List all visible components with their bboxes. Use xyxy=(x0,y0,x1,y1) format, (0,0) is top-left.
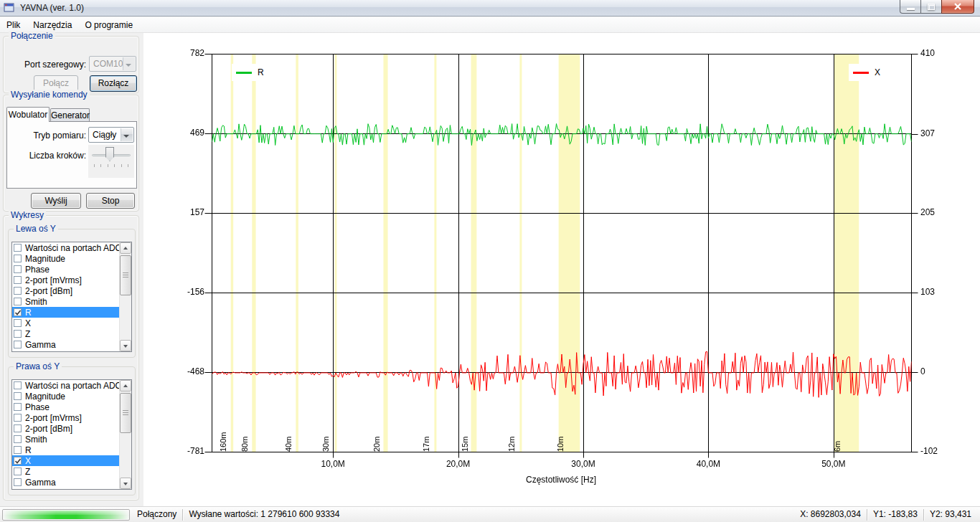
chevron-down-icon xyxy=(126,64,131,67)
group-send-command: Wysyłanie komendy Wobulator Generator Tr… xyxy=(3,95,139,212)
tab-wobulator[interactable]: Wobulator xyxy=(6,107,50,122)
checkbox-icon[interactable] xyxy=(14,478,22,486)
list-item-phase[interactable]: Phase xyxy=(12,264,131,275)
menu-item-plik[interactable]: Plik xyxy=(0,17,27,32)
stop-button[interactable]: Stop xyxy=(86,193,135,209)
legend-x-line-icon xyxy=(853,72,869,74)
list-item-2-port-dbm[interactable]: 2-port [dBm] xyxy=(12,423,131,434)
band-label-12m: 12m xyxy=(507,437,516,452)
list-item-r[interactable]: R xyxy=(12,445,131,455)
checkbox-icon[interactable] xyxy=(14,298,22,305)
menu-item-o-programie[interactable]: O programie xyxy=(78,17,139,32)
x-tick-label: 30,0M xyxy=(571,459,595,469)
measure-mode-select[interactable]: Ciągły xyxy=(88,127,134,143)
serial-port-select[interactable]: COM10 xyxy=(89,56,136,72)
list-item-phase[interactable]: Phase xyxy=(12,402,131,412)
checkbox-icon[interactable] xyxy=(14,287,22,295)
list-item-gamma[interactable]: Gamma xyxy=(12,477,131,488)
scroll-down-button[interactable] xyxy=(120,478,131,489)
x-axis-title: Częstotliwość [Hz] xyxy=(526,475,596,485)
list-item-label: Magnitude xyxy=(25,254,65,264)
checkbox-icon[interactable] xyxy=(14,330,22,338)
list-item-2-port-dbm[interactable]: 2-port [dBm] xyxy=(12,285,131,296)
list-item-label: Phase xyxy=(25,402,50,412)
y-right-tick-label: 0 xyxy=(920,366,925,376)
close-icon xyxy=(953,3,962,10)
list-item-warto-ci-na-portach-adc[interactable]: Wartości na portach ADC xyxy=(12,242,131,253)
scroll-up-button[interactable] xyxy=(120,380,131,392)
list-item-label: Gamma xyxy=(25,478,56,488)
steps-slider[interactable] xyxy=(88,145,134,178)
chevron-down-icon xyxy=(123,135,129,138)
legend-x-label: X xyxy=(875,67,880,77)
list-item-magnitude[interactable]: Magnitude xyxy=(12,391,131,402)
checkbox-icon[interactable] xyxy=(14,403,22,411)
list-item-smith[interactable]: Smith xyxy=(12,296,131,307)
list-item-r[interactable]: R xyxy=(12,307,131,318)
list-item-z[interactable]: Z xyxy=(12,328,131,339)
checkbox-icon[interactable] xyxy=(14,265,22,273)
measure-mode-dropdown-button[interactable] xyxy=(121,128,133,141)
group-left-axis-title: Lewa oś Y xyxy=(14,224,58,234)
group-left-axis: Lewa oś Y Wartości na portach ADCMagnitu… xyxy=(8,229,136,358)
checkbox-icon[interactable] xyxy=(14,244,22,252)
right-axis-list[interactable]: Wartości na portach ADCMagnitudePhase2-p… xyxy=(11,379,132,490)
checkbox-icon[interactable] xyxy=(14,319,22,327)
list-item-warto-ci-na-portach-adc[interactable]: Wartości na portach ADC xyxy=(12,380,131,391)
y-left-tick-label: -468 xyxy=(161,366,204,376)
vertical-scrollbar[interactable] xyxy=(119,380,131,489)
list-item-x[interactable]: X xyxy=(12,318,131,328)
scroll-up-button[interactable] xyxy=(120,242,131,254)
list-item-gamma[interactable]: Gamma xyxy=(12,339,131,350)
minimize-icon xyxy=(907,8,915,10)
list-item-label: Smith xyxy=(25,435,47,445)
app-icon xyxy=(4,2,15,14)
checkbox-icon[interactable] xyxy=(14,255,22,262)
y-right-tick-label: 205 xyxy=(920,207,935,217)
checkbox-icon[interactable] xyxy=(14,446,22,454)
steps-label: Liczba kroków: xyxy=(11,151,86,161)
serial-port-dropdown-button[interactable] xyxy=(123,57,135,70)
list-item-label: 2-port [dBm] xyxy=(25,424,72,434)
slider-thumb[interactable] xyxy=(105,147,114,161)
scrollbar-thumb[interactable] xyxy=(120,393,131,433)
menu-item-narz-dzia[interactable]: Narzędzia xyxy=(27,17,78,32)
list-item-magnitude[interactable]: Magnitude xyxy=(12,253,131,264)
send-button[interactable]: Wyślij xyxy=(31,193,81,209)
tab-generator[interactable]: Generator xyxy=(50,108,90,122)
checkbox-icon[interactable] xyxy=(14,381,22,389)
checkbox-checked-icon[interactable] xyxy=(14,308,22,316)
vertical-scrollbar[interactable] xyxy=(119,242,131,351)
scroll-down-button[interactable] xyxy=(120,340,131,351)
checkbox-icon[interactable] xyxy=(14,435,22,443)
checkbox-icon[interactable] xyxy=(14,392,22,400)
minimize-button[interactable] xyxy=(900,0,921,14)
checkbox-icon[interactable] xyxy=(14,276,22,284)
legend-r-label: R xyxy=(258,67,264,77)
list-item-z[interactable]: Z xyxy=(12,466,131,477)
checkbox-checked-icon[interactable] xyxy=(14,457,22,465)
close-button[interactable] xyxy=(941,0,974,14)
list-item-smith[interactable]: Smith xyxy=(12,434,131,445)
left-axis-list[interactable]: Wartości na portach ADCMagnitudePhase2-p… xyxy=(11,242,132,352)
disconnect-button[interactable]: Rozłącz xyxy=(90,75,137,92)
restore-button[interactable] xyxy=(921,0,941,14)
arrow-down-icon xyxy=(123,345,128,348)
titlebar[interactable]: YAVNA (ver. 1.0) xyxy=(0,0,980,16)
progress-bar xyxy=(2,509,130,521)
sidebar: Połączenie Port szeregowy: COM10 Połącz … xyxy=(0,33,143,506)
list-item-2-port-mvrms[interactable]: 2-port [mVrms] xyxy=(12,275,131,285)
scrollbar-thumb[interactable] xyxy=(120,255,131,295)
checkbox-icon[interactable] xyxy=(14,341,22,348)
list-item-x[interactable]: X xyxy=(12,455,131,466)
checkbox-icon[interactable] xyxy=(14,424,22,432)
checkbox-icon[interactable] xyxy=(14,414,22,422)
list-item-2-port-mvrms[interactable]: 2-port [mVrms] xyxy=(12,412,131,423)
chart-canvas[interactable] xyxy=(143,33,980,506)
band-label-20m: 20m xyxy=(372,437,381,452)
legend-x: X xyxy=(849,64,885,81)
checkbox-icon[interactable] xyxy=(14,468,22,475)
y-left-tick-label: 469 xyxy=(161,128,204,138)
status-sent-values: Wysłane wartości: 1 279610 600 93334 xyxy=(183,507,345,522)
legend-r-line-icon xyxy=(236,72,252,74)
